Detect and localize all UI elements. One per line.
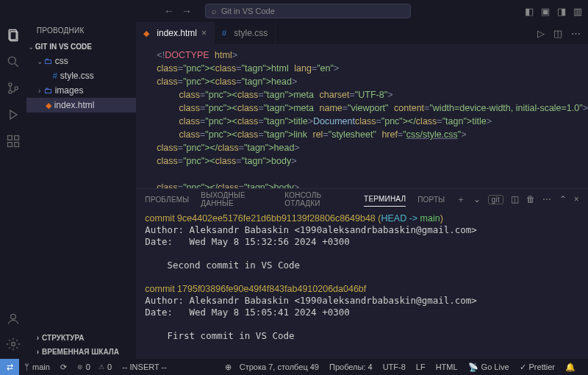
remote-indicator[interactable]: ⇄ [0, 359, 19, 375]
run-icon[interactable]: ▷ [537, 28, 545, 39]
chevron-right-icon: › [35, 87, 44, 95]
explorer-icon[interactable] [6, 28, 21, 43]
sync-icon: ⟳ [60, 362, 67, 372]
maximize-panel-icon[interactable]: ⌃ [559, 194, 567, 204]
svg-rect-11 [15, 143, 19, 147]
notifications-icon[interactable]: 🔔 [560, 362, 581, 372]
tree-folder-images[interactable]: › 🗀 images [26, 83, 137, 98]
status-bar: ⇄ ᛘmain ⟳ ⊗0 ⚠0 -- INSERT -- ⊕ Строка 7,… [0, 359, 588, 375]
target-icon: ⊕ [225, 362, 232, 372]
search-icon[interactable] [6, 54, 21, 69]
chevron-down-icon: ⌄ [35, 57, 44, 65]
search-placeholder: Git in VS Code [221, 7, 275, 15]
check-icon: ✓ [520, 362, 526, 372]
tree-file-style[interactable]: # style.css [26, 68, 137, 83]
css-file-icon: # [222, 29, 226, 38]
cursor-position[interactable]: ⊕ Строка 7, столбец 49 [220, 362, 324, 372]
title-bar: ← → ⌕ Git in VS Code ◧ ▣ ◨ ▥ [0, 0, 588, 22]
warning-icon: ⚠ [98, 363, 104, 371]
svg-point-2 [8, 57, 15, 64]
run-debug-icon[interactable] [6, 107, 21, 122]
svg-rect-8 [7, 136, 12, 140]
split-terminal-icon[interactable]: ◫ [511, 194, 519, 204]
tree-root[interactable]: ⌄ GIT IN VS CODE [26, 39, 137, 54]
layout-sidebar-left-icon[interactable]: ◧ [525, 6, 534, 17]
trash-icon[interactable]: 🗑 [526, 194, 535, 204]
more-icon[interactable]: ⋯ [571, 28, 581, 39]
explorer-title: ПРОВОДНИК [26, 22, 137, 39]
layout-panel-bottom-icon[interactable]: ▣ [541, 6, 550, 17]
settings-gear-icon[interactable] [6, 337, 21, 351]
tree-file-index[interactable]: ◆ index.html [26, 98, 137, 113]
layout-sidebar-right-icon[interactable]: ◨ [557, 6, 566, 17]
close-panel-icon[interactable]: × [574, 194, 579, 204]
outline-section[interactable]: ›СТРУКТУРА [26, 331, 137, 345]
accounts-icon[interactable] [6, 312, 21, 326]
extensions-icon[interactable] [6, 134, 21, 149]
sync-indicator[interactable]: ⟳ [55, 362, 72, 372]
terminal[interactable]: commit 9ce4402ee5176fe21d6bb91139f28806c… [136, 210, 588, 359]
panel-tab-ports[interactable]: ПОРТЫ [417, 193, 445, 207]
branch-icon: ᛘ [24, 362, 29, 371]
svg-rect-9 [15, 136, 19, 140]
explorer-sidebar: ПРОВОДНИК ⌄ GIT IN VS CODE ⌄ 🗀 css # sty… [26, 22, 137, 359]
editor-group: ◆ index.html × # style.css ▷ ◫ ⋯ <!DOCTY… [136, 22, 588, 359]
close-icon[interactable]: × [201, 28, 207, 38]
html-file-icon: ◆ [143, 29, 149, 38]
source-control-icon[interactable] [6, 81, 21, 96]
css-file-icon: # [53, 71, 57, 80]
activity-bar [0, 22, 26, 359]
terminal-shell-label[interactable]: git [488, 195, 503, 204]
encoding-indicator[interactable]: UTF-8 [378, 362, 411, 371]
code-editor[interactable]: <!DOCTYPE html> class="pnc"><class="tagn… [136, 44, 588, 188]
chevron-down-icon[interactable]: ⌄ [473, 194, 481, 204]
more-icon[interactable]: ⋯ [542, 194, 551, 204]
svg-point-13 [11, 343, 15, 346]
chevron-right-icon: › [37, 348, 39, 356]
language-indicator[interactable]: HTML [431, 362, 463, 371]
search-icon: ⌕ [212, 7, 217, 15]
git-branch-indicator[interactable]: ᛘmain [19, 362, 55, 371]
tab-style[interactable]: # style.css [215, 22, 276, 44]
panel-tab-problems[interactable]: ПРОБЛЕМЫ [145, 193, 189, 207]
chevron-right-icon: › [37, 334, 39, 342]
html-file-icon: ◆ [46, 101, 51, 110]
bottom-panel: ПРОБЛЕМЫ ВЫХОДНЫЕ ДАННЫЕ КОНСОЛЬ ОТЛАДКИ… [136, 188, 588, 359]
vim-mode-indicator: -- INSERT -- [117, 362, 172, 371]
chevron-down-icon: ⌄ [26, 43, 35, 51]
timeline-section[interactable]: ›ВРЕМЕННАЯ ШКАЛА [26, 345, 137, 359]
editor-tabs: ◆ index.html × # style.css ▷ ◫ ⋯ [136, 22, 588, 44]
svg-point-12 [11, 314, 16, 319]
eol-indicator[interactable]: LF [411, 362, 431, 371]
svg-point-5 [9, 90, 12, 93]
folder-icon: 🗀 [44, 86, 52, 95]
panel-tab-terminal[interactable]: ТЕРМИНАЛ [364, 192, 406, 207]
svg-marker-7 [10, 110, 17, 119]
folder-icon: 🗀 [44, 57, 52, 65]
go-live-button[interactable]: 📡Go Live [463, 362, 514, 372]
layout-customize-icon[interactable]: ▥ [573, 6, 582, 17]
tab-index[interactable]: ◆ index.html × [136, 22, 215, 44]
prettier-indicator[interactable]: ✓Prettier [514, 362, 560, 372]
file-tree: ⌄ GIT IN VS CODE ⌄ 🗀 css # style.css › 🗀… [26, 39, 137, 331]
broadcast-icon: 📡 [468, 362, 478, 372]
error-icon: ⊗ [77, 363, 83, 371]
panel-tab-output[interactable]: ВЫХОДНЫЕ ДАННЫЕ [201, 188, 273, 210]
problems-indicator[interactable]: ⊗0 ⚠0 [72, 362, 117, 371]
nav-forward-icon[interactable]: → [182, 5, 192, 17]
svg-line-3 [15, 64, 18, 67]
split-editor-icon[interactable]: ◫ [553, 28, 562, 39]
svg-rect-10 [7, 143, 12, 147]
indentation-indicator[interactable]: Пробелы: 4 [324, 362, 378, 371]
svg-point-4 [9, 83, 12, 86]
svg-point-6 [15, 87, 18, 90]
command-center-search[interactable]: ⌕ Git in VS Code [205, 4, 411, 18]
nav-back-icon[interactable]: ← [164, 5, 174, 17]
panel-tab-debug[interactable]: КОНСОЛЬ ОТЛАДКИ [284, 188, 352, 210]
tree-folder-css[interactable]: ⌄ 🗀 css [26, 54, 137, 68]
new-terminal-icon[interactable]: ＋ [456, 193, 465, 206]
